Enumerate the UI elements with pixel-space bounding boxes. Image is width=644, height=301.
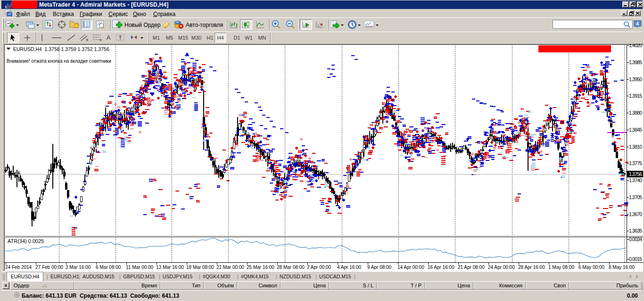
- svg-text:F: F: [100, 39, 102, 42]
- svg-text:1.3670: 1.3670: [629, 211, 642, 217]
- svg-text:6 Mar 08:00: 6 Mar 08:00: [96, 265, 121, 270]
- svg-text:Внимание! отжата кнопка на вкл: Внимание! отжата кнопка на вкладке совет…: [7, 59, 111, 64]
- svg-text:16 Apr 16:00: 16 Apr 16:00: [428, 265, 454, 270]
- svg-text:4: 4: [636, 21, 639, 26]
- svg-text:21 Apr 08:00: 21 Apr 08:00: [458, 265, 485, 270]
- svg-text:28 Apr 16:00: 28 Apr 16:00: [518, 265, 545, 270]
- svg-text:1.3740: 1.3740: [629, 177, 642, 183]
- svg-text:21 Mar 00:00: 21 Mar 00:00: [216, 265, 244, 270]
- svg-text:1 May 08:00: 1 May 08:00: [548, 265, 574, 270]
- svg-text:18 Mar 08:00: 18 Mar 08:00: [186, 265, 214, 270]
- svg-text:1.3950: 1.3950: [629, 76, 642, 82]
- svg-text:1.3985: 1.3985: [629, 59, 642, 65]
- svg-text:1.3705: 1.3705: [629, 194, 642, 200]
- svg-text:E: E: [86, 38, 89, 42]
- svg-text:EURUSD,H4 1.3758 1.3759 1.375: EURUSD,H4 1.3758 1.3759 1.3752 1.3756: [13, 46, 109, 52]
- svg-text:T: T: [119, 35, 122, 41]
- svg-text:27 Feb 00:00: 27 Feb 00:00: [35, 265, 63, 270]
- svg-text:1.3756: 1.3756: [629, 171, 642, 177]
- svg-text:6 May 00:00: 6 May 00:00: [578, 265, 604, 270]
- svg-text:28 Mar 08:00: 28 Mar 08:00: [277, 265, 305, 270]
- svg-text:3 Mar 16:00: 3 Mar 16:00: [66, 265, 91, 270]
- svg-text:1.3775: 1.3775: [629, 160, 642, 166]
- svg-text:14 Apr 00:00: 14 Apr 00:00: [397, 265, 424, 270]
- svg-text:24 Feb 2014: 24 Feb 2014: [5, 265, 32, 270]
- svg-text:11 Mar 00:00: 11 Mar 00:00: [126, 265, 154, 270]
- svg-text:0.0034: 0.0034: [629, 236, 642, 242]
- svg-text:9 Apr 08:00: 9 Apr 08:00: [367, 265, 392, 270]
- svg-text:13 Mar 16:00: 13 Mar 16:00: [156, 265, 184, 270]
- svg-text:1.3845: 1.3845: [629, 127, 642, 133]
- svg-text:25 Mar 16:00: 25 Mar 16:00: [247, 265, 274, 270]
- svg-text:0.0015: 0.0015: [629, 256, 642, 262]
- svg-text:ATR(34) 0.0025: ATR(34) 0.0025: [8, 238, 44, 244]
- svg-text:8 May 16:00: 8 May 16:00: [609, 265, 635, 270]
- svg-text:24 Apr 00:00: 24 Apr 00:00: [488, 265, 515, 270]
- svg-text:2 Apr 00:00: 2 Apr 00:00: [307, 265, 331, 270]
- svg-text:1.3635: 1.3635: [629, 228, 642, 234]
- svg-text:1.3915: 1.3915: [629, 93, 642, 99]
- svg-text:4 Apr 16:00: 4 Apr 16:00: [337, 265, 362, 270]
- svg-text:1.4020: 1.4020: [629, 44, 642, 48]
- svg-text:1.3880: 1.3880: [629, 110, 642, 116]
- svg-text:1.3810: 1.3810: [629, 144, 642, 150]
